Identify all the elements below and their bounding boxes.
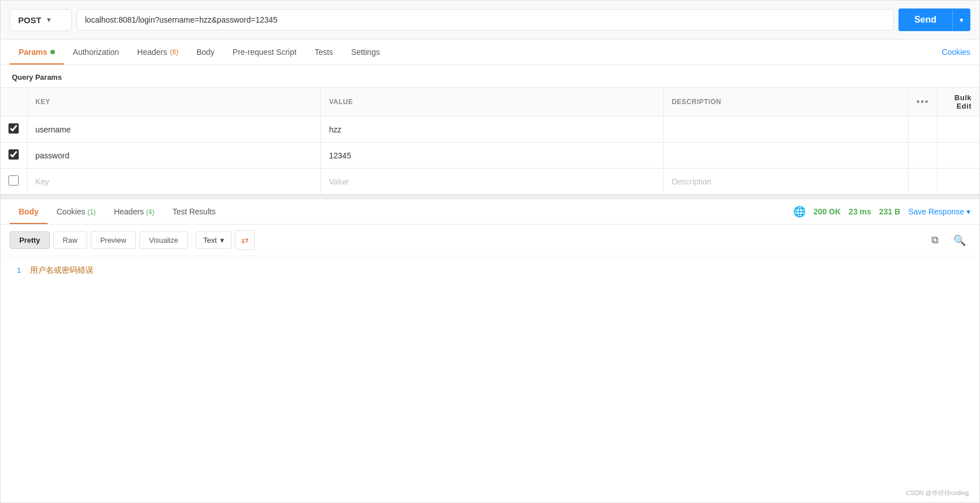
bulk-edit-label[interactable]: Bulk Edit: [955, 93, 972, 110]
response-tab-body[interactable]: Body: [10, 199, 48, 224]
tab-tests[interactable]: Tests: [306, 40, 343, 65]
format-pretty-label: Pretty: [19, 236, 40, 244]
row1-checkbox[interactable]: [8, 123, 19, 134]
empty-description[interactable]: Description: [664, 169, 908, 195]
send-button[interactable]: Send: [898, 8, 952, 31]
status-code: 200 OK: [814, 207, 841, 216]
row2-more: [908, 143, 938, 169]
empty-more: [908, 169, 938, 195]
format-type-chevron-icon: ▾: [220, 236, 224, 244]
row1-description[interactable]: [664, 117, 908, 143]
tab-params-label: Params: [19, 48, 48, 57]
response-tab-test-results[interactable]: Test Results: [164, 199, 225, 224]
col-header-checkbox: [1, 88, 27, 117]
row1-value[interactable]: hzz: [321, 117, 664, 143]
table-row: password 12345: [1, 143, 979, 169]
format-bar: Pretty Raw Preview Visualize Text ▾ ⇄ ⧉: [1, 225, 979, 256]
row2-key[interactable]: password: [27, 143, 321, 169]
copy-icon: ⧉: [931, 234, 939, 246]
tab-body[interactable]: Body: [187, 40, 224, 65]
url-bar: POST ▾ Send ▾: [1, 1, 979, 40]
tab-settings-label: Settings: [351, 48, 380, 57]
row1-more: [908, 117, 938, 143]
headers-badge: (8): [170, 48, 178, 56]
save-response-chevron-icon: ▾: [966, 207, 970, 216]
response-tab-cookies[interactable]: Cookies (1): [48, 199, 105, 224]
row1-bulk: [938, 117, 979, 143]
response-tab-headers-label: Headers: [114, 207, 144, 216]
globe-icon: 🌐: [793, 205, 806, 218]
wrap-icon: ⇄: [241, 235, 249, 245]
format-type-label: Text: [203, 236, 217, 244]
empty-checkbox-cell: [1, 169, 27, 195]
empty-key[interactable]: Key: [27, 169, 321, 195]
tab-params[interactable]: Params: [10, 40, 64, 65]
footer: CSDN @华仔仔coding: [906, 489, 969, 497]
col-header-bulk-edit: Bulk Edit: [938, 88, 979, 117]
response-tab-test-results-label: Test Results: [173, 207, 216, 216]
tab-prerequest[interactable]: Pre-request Script: [224, 40, 306, 65]
params-section: Query Params KEY VALUE DESCRIPTION ••• B…: [1, 65, 979, 195]
line-content-1: 用户名或密码错误: [30, 265, 93, 276]
save-response-button[interactable]: Save Response ▾: [908, 207, 970, 216]
search-icon: 🔍: [953, 235, 966, 246]
tab-settings[interactable]: Settings: [342, 40, 389, 65]
table-row: username hzz: [1, 117, 979, 143]
format-visualize-button[interactable]: Visualize: [139, 231, 188, 249]
response-tab-headers[interactable]: Headers (4): [105, 199, 163, 224]
copy-button[interactable]: ⧉: [927, 232, 943, 248]
more-options-icon[interactable]: •••: [917, 97, 930, 106]
col-header-key: KEY: [27, 88, 321, 117]
col-header-value: VALUE: [321, 88, 664, 117]
table-row-empty: Key Value Description: [1, 169, 979, 195]
url-input[interactable]: [76, 9, 894, 31]
request-tabs-bar: Params Authorization Headers (8) Body Pr…: [1, 40, 979, 65]
format-raw-label: Raw: [63, 236, 78, 244]
method-selector[interactable]: POST ▾: [10, 9, 72, 31]
response-headers-badge: (4): [146, 208, 155, 216]
response-tab-cookies-label: Cookies: [57, 207, 85, 216]
wrap-button[interactable]: ⇄: [235, 230, 255, 250]
method-label: POST: [18, 15, 41, 25]
row2-bulk: [938, 143, 979, 169]
tab-tests-label: Tests: [315, 48, 333, 57]
tab-prerequest-label: Pre-request Script: [233, 48, 297, 57]
row1-key[interactable]: username: [27, 117, 321, 143]
method-chevron-icon: ▾: [47, 16, 50, 24]
format-preview-label: Preview: [100, 236, 126, 244]
send-button-group: Send ▾: [898, 8, 970, 31]
row2-checkbox[interactable]: [8, 149, 19, 160]
tab-headers[interactable]: Headers (8): [128, 40, 187, 65]
format-pretty-button[interactable]: Pretty: [10, 231, 50, 249]
format-preview-button[interactable]: Preview: [91, 231, 136, 249]
row2-value[interactable]: 12345: [321, 143, 664, 169]
format-visualize-label: Visualize: [149, 236, 178, 244]
response-size: 231 B: [879, 207, 900, 216]
cookies-count-badge: (1): [87, 208, 96, 216]
response-time: 23 ms: [849, 207, 871, 216]
cookies-link[interactable]: Cookies: [942, 40, 970, 65]
empty-key-placeholder: Key: [36, 177, 49, 186]
row2-description[interactable]: [664, 143, 908, 169]
col-header-more: •••: [908, 88, 938, 117]
footer-text: CSDN @华仔仔coding: [906, 489, 969, 496]
params-dot-indicator: [50, 50, 55, 54]
format-raw-button[interactable]: Raw: [53, 231, 87, 249]
response-tab-body-label: Body: [19, 207, 38, 216]
query-params-label: Query Params: [1, 65, 979, 87]
row1-checkbox-cell: [1, 117, 27, 143]
format-type-selector[interactable]: Text ▾: [196, 231, 232, 249]
search-button[interactable]: 🔍: [949, 232, 970, 249]
empty-bulk: [938, 169, 979, 195]
tab-headers-label: Headers: [137, 48, 167, 57]
params-table: KEY VALUE DESCRIPTION ••• Bulk Edit: [1, 87, 979, 195]
line-number-1: 1: [12, 266, 21, 274]
tab-authorization[interactable]: Authorization: [64, 40, 129, 65]
empty-row-checkbox[interactable]: [8, 175, 19, 186]
send-dropdown-button[interactable]: ▾: [952, 10, 970, 31]
row2-checkbox-cell: [1, 143, 27, 169]
row2-key-value: password: [36, 151, 70, 160]
empty-value[interactable]: Value: [321, 169, 664, 195]
cookies-label: Cookies: [942, 48, 970, 57]
tab-authorization-label: Authorization: [73, 48, 119, 57]
